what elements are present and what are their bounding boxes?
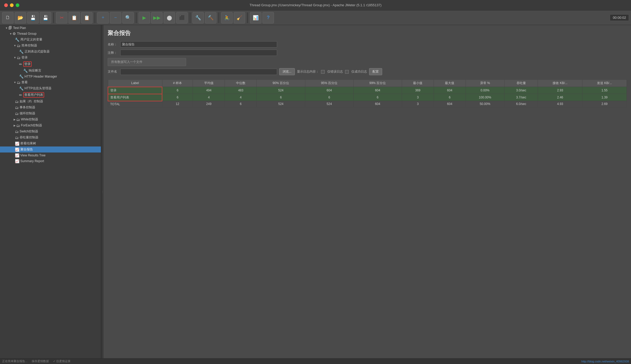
save-as-button[interactable]: 💾: [27, 12, 39, 24]
sidebar-item-if-ctrl[interactable]: 🗂 如果（If）控制器: [0, 98, 101, 104]
browse-button[interactable]: 浏览...: [279, 68, 295, 75]
sidebar-item-http-header-mgr[interactable]: 🔧 HTTP Header Manager: [0, 74, 101, 79]
play-button[interactable]: ▶: [139, 12, 150, 24]
sidebar-item-throughput-ctrl[interactable]: 🗂 吞吐量控制器: [0, 134, 101, 140]
th-throughput: 吞吐量: [504, 80, 538, 87]
open-button[interactable]: 📂: [15, 12, 26, 24]
success-log-label: 仅成功日志: [351, 69, 367, 74]
vrt2-label: View Results Tree: [20, 154, 46, 157]
switch-icon: 🗂: [15, 130, 19, 134]
th-max: 最大值: [434, 80, 466, 87]
arrow-login-group: ▼: [14, 56, 16, 59]
name-input[interactable]: [120, 41, 277, 48]
toolbar-sep-3: [136, 13, 136, 23]
clear-all-button[interactable]: 🔨: [205, 12, 216, 24]
loop-label: 循环控制器: [20, 111, 35, 116]
stop-circle-button[interactable]: ⬤: [164, 12, 175, 24]
sidebar-item-switch-ctrl[interactable]: 🗂 Switch控制器: [0, 128, 101, 134]
aggregate-icon: 📈: [15, 148, 19, 152]
login-label: 登录: [23, 61, 32, 67]
minimize-button[interactable]: [10, 3, 14, 7]
success-log-checkbox[interactable]: [345, 70, 349, 74]
th-min: 最小值: [402, 80, 434, 87]
panel-title: 聚合报告: [108, 29, 627, 37]
copy-button[interactable]: 📋: [68, 12, 80, 24]
sidebar-item-login-group[interactable]: ▼ 🗂 登录: [0, 55, 101, 61]
new-button[interactable]: 🗋: [2, 12, 14, 24]
stop-button[interactable]: ⬛: [176, 12, 188, 24]
sidebar-item-loop-ctrl[interactable]: 🗂 循环控制器: [0, 110, 101, 116]
sidebar-item-login[interactable]: ✏ 登录: [0, 61, 101, 68]
sidebar-item-view-results-tree2[interactable]: 📈 View Results Tree: [0, 152, 101, 158]
sidebar-item-summary-report[interactable]: 📈 Summary Report: [0, 158, 101, 164]
sidebar-item-regex-extract[interactable]: 🔧 正则表达式提取器: [0, 49, 101, 55]
cell-value: 6.0/sec: [504, 101, 538, 107]
loop-icon: 🗂: [15, 111, 19, 116]
table-button[interactable]: 📊: [250, 12, 261, 24]
th-p99: 99% 百分位: [353, 80, 402, 87]
sidebar-item-view-results[interactable]: 📈 察看结果树: [0, 140, 101, 146]
clear-button[interactable]: 🔧: [192, 12, 204, 24]
sidebar-item-response-assert[interactable]: 🔧 响应断言: [0, 68, 101, 74]
cell-value: 6: [162, 87, 193, 94]
paste-button[interactable]: 📋: [81, 12, 93, 24]
cell-value: 604: [434, 101, 466, 107]
window-title: Thread Group.jmx (/Users/mickey/Thread G…: [249, 3, 381, 7]
zoom-button[interactable]: 🔍: [122, 12, 134, 24]
broom-button[interactable]: 🧹: [234, 12, 245, 24]
th-label: Label: [108, 80, 162, 87]
sidebar-item-user-vars[interactable]: 🔧 用户定义的变量: [0, 37, 101, 43]
transaction-icon: 🗂: [15, 105, 19, 110]
filename-input[interactable]: [120, 69, 277, 75]
maximize-button[interactable]: [16, 3, 19, 7]
sidebar-item-foreach-ctrl[interactable]: ▶ 🗂 ForEach控制器: [0, 122, 101, 128]
simple-ctrl-label: 简单控制器: [21, 43, 37, 48]
window-controls[interactable]: [4, 3, 19, 7]
expand-button[interactable]: +: [97, 12, 109, 24]
sidebar-item-while-ctrl[interactable]: ▶ 🗂 While控制器: [0, 116, 101, 122]
comment-input[interactable]: [120, 50, 277, 56]
th-samples: # 样本: [162, 80, 193, 87]
sidebar-item-aggregate-report[interactable]: 📈 聚合报告: [0, 146, 101, 152]
th-p90: 90% 百分位: [257, 80, 305, 87]
cell-value: 12: [162, 101, 193, 107]
sidebar-item-check-group[interactable]: ▼ 🗂 查看: [0, 79, 101, 85]
arrow-foreach: ▶: [14, 124, 16, 127]
if-ctrl-label: 如果（If）控制器: [20, 99, 43, 104]
arrow-transaction: [14, 106, 14, 109]
sidebar-item-thread-group[interactable]: ▼ ⚙ Thread Group: [0, 31, 101, 37]
cell-value: 369: [402, 87, 434, 94]
sidebar-item-http-info-mgr[interactable]: 🔧 HTTP信息头管理器: [0, 85, 101, 91]
cell-value: 483: [225, 87, 257, 94]
sidebar-item-transaction-ctrl[interactable]: 🗂 事务控制器: [0, 104, 101, 110]
config-button[interactable]: 配置: [369, 68, 382, 75]
sidebar-item-simple-ctrl[interactable]: ▼ 🗂 简单控制器: [0, 43, 101, 49]
cell-value: 3.0/sec: [504, 87, 538, 94]
help-button[interactable]: ?: [262, 12, 274, 24]
collapse-button[interactable]: −: [110, 12, 121, 24]
sidebar-divider[interactable]: ⋮: [101, 25, 104, 358]
sidebar-item-test-plan[interactable]: ▼ 🗐 Test Plan: [0, 25, 101, 31]
play-from-button[interactable]: ▶▶: [151, 12, 163, 24]
error-log-checkbox[interactable]: [321, 70, 325, 74]
name-row: 名称：: [108, 41, 627, 48]
cell-value: 249: [193, 101, 225, 107]
cell-label: 查看用户列表: [108, 94, 162, 101]
sidebar-item-view-users[interactable]: ✏ 查看用户列表: [0, 91, 101, 98]
http-header-label: HTTP Header Manager: [25, 75, 57, 78]
cell-value: 4.93: [538, 101, 582, 107]
http-header-icon: 🔧: [19, 74, 24, 79]
th-median: 中位数: [225, 80, 257, 87]
toolbar-sep-6: [247, 13, 248, 23]
ride-button[interactable]: 🚴: [221, 12, 233, 24]
save-button[interactable]: 💾: [40, 12, 51, 24]
http-info-label: HTTP信息头管理器: [25, 86, 51, 91]
toolbar: 🗋 📂 💾 💾 ✂ 📋 📋 + − 🔍 ▶ ▶▶ ⬤ ⬛ 🔧 🔨 🚴 🧹 📊 ?…: [0, 10, 631, 25]
response-assert-icon: 🔧: [23, 69, 28, 73]
cut-button[interactable]: ✂: [56, 12, 67, 24]
close-button[interactable]: [4, 3, 8, 7]
toolbar-sep-1: [53, 13, 54, 23]
table-row: TOTAL122496524524604360450.00%6.0/sec4.9…: [108, 101, 627, 107]
cell-value: 604: [434, 87, 466, 94]
table-header-row: Label # 样本 平均值 中位数 90% 百分位 95% 百分位 99% 百…: [108, 80, 627, 87]
